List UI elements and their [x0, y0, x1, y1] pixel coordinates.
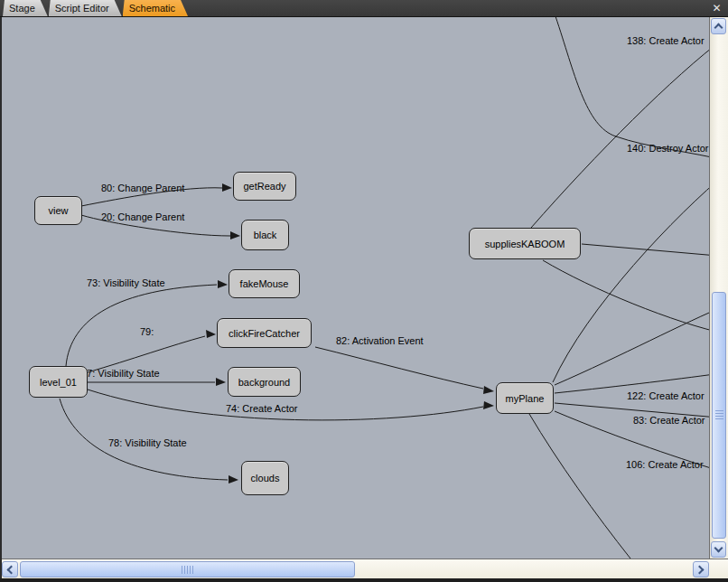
chevron-right-icon [695, 565, 705, 574]
node-black[interactable]: black [241, 220, 289, 250]
node-supplieskaboom[interactable]: suppliesKABOOM [469, 228, 581, 259]
scroll-right-button[interactable] [693, 561, 709, 577]
node-level_01[interactable]: level_01 [29, 366, 88, 398]
edge-label-clickfirecatcher-to-myplane: 82: Activation Event [336, 335, 424, 346]
tab-script-editor[interactable]: Script Editor [49, 0, 122, 16]
scroll-left-button[interactable] [2, 561, 18, 577]
tab-stage[interactable]: Stage [3, 0, 48, 16]
edge-label-level01-to-background: 77: Visibility State [81, 368, 160, 379]
edge-label-top-to-right-destroy: 140: Destroy Actor [627, 143, 709, 154]
horizontal-scrollbar-thumb[interactable] [20, 561, 355, 577]
edge-label-level01-to-clickfirecatcher: 79: [140, 326, 154, 337]
horizontal-scrollbar[interactable] [0, 559, 728, 578]
scroll-up-button[interactable] [711, 18, 726, 34]
node-myplane[interactable]: myPlane [496, 382, 554, 414]
close-button[interactable]: ✕ [710, 2, 723, 15]
vertical-scrollbar[interactable] [709, 17, 728, 559]
chevron-up-icon [714, 23, 723, 33]
edge-label-myplane-right-122: 122: Create Actor [627, 390, 705, 401]
node-background[interactable]: background [228, 367, 301, 397]
schematic-window: 80: Change Parent20: Change Parent73: Vi… [0, 0, 728, 582]
node-clickfirecatcher[interactable]: clickFireCatcher [217, 318, 312, 348]
edge-label-level01-to-myplane: 74: Create Actor [226, 403, 298, 414]
edge-label-view-to-black: 20: Change Parent [101, 211, 184, 222]
scroll-down-button[interactable] [711, 541, 726, 558]
edge-label-supplieskaboom-topright: 138: Create Actor [627, 35, 705, 46]
tab-bar: StageScript EditorSchematic [0, 0, 728, 17]
edge-label-myplane-right-83: 83: Create Actor [633, 415, 705, 426]
node-getready[interactable]: getReady [233, 172, 296, 201]
window-left-edge [0, 17, 2, 578]
edge-label-view-to-getready: 80: Change Parent [101, 183, 184, 193]
thumb-grip-icon [182, 566, 193, 574]
chevron-left-icon [7, 565, 16, 574]
edge-label-level01-to-fakemouse: 73: Visibility State [87, 277, 165, 288]
window-bottom-edge [0, 578, 728, 582]
node-fakemouse[interactable]: fakeMouse [229, 269, 300, 298]
edge-label-level01-to-clouds: 78: Visibility State [108, 437, 187, 448]
tab-schematic[interactable]: Schematic [123, 0, 188, 16]
chevron-down-icon [714, 544, 723, 553]
vertical-scrollbar-thumb[interactable] [712, 292, 726, 539]
thumb-grip-icon [715, 410, 723, 420]
node-clouds[interactable]: clouds [241, 461, 289, 495]
edge-label-myplane-right-106: 106: Create Actor [626, 459, 704, 470]
node-view[interactable]: view [34, 196, 82, 225]
